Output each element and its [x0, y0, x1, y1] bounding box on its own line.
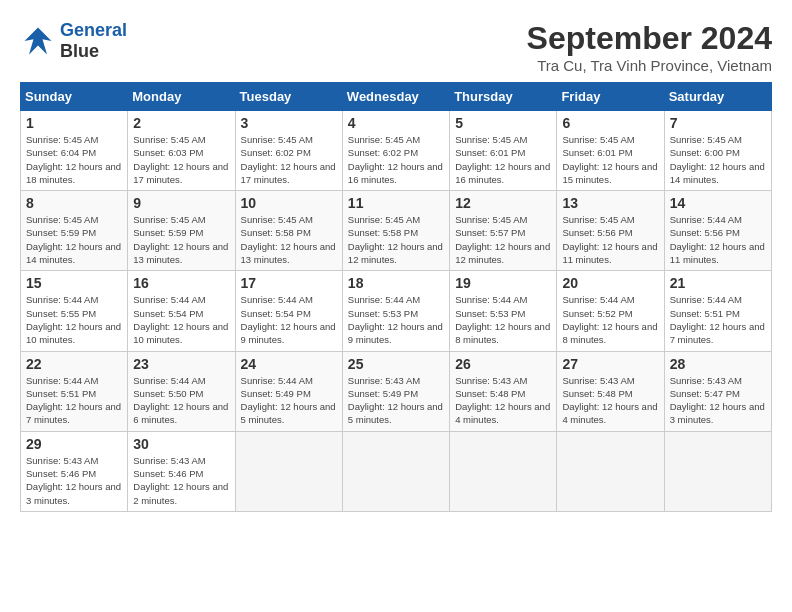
- calendar-cell: 18Sunrise: 5:44 AMSunset: 5:53 PMDayligh…: [342, 271, 449, 351]
- calendar-cell: 12Sunrise: 5:45 AMSunset: 5:57 PMDayligh…: [450, 191, 557, 271]
- calendar-cell: 6Sunrise: 5:45 AMSunset: 6:01 PMDaylight…: [557, 111, 664, 191]
- calendar-cell: 3Sunrise: 5:45 AMSunset: 6:02 PMDaylight…: [235, 111, 342, 191]
- calendar-cell: 8Sunrise: 5:45 AMSunset: 5:59 PMDaylight…: [21, 191, 128, 271]
- calendar-cell: [235, 431, 342, 511]
- calendar-week-5: 29Sunrise: 5:43 AMSunset: 5:46 PMDayligh…: [21, 431, 772, 511]
- calendar-week-4: 22Sunrise: 5:44 AMSunset: 5:51 PMDayligh…: [21, 351, 772, 431]
- header-day-tuesday: Tuesday: [235, 83, 342, 111]
- calendar-cell: 19Sunrise: 5:44 AMSunset: 5:53 PMDayligh…: [450, 271, 557, 351]
- calendar-week-3: 15Sunrise: 5:44 AMSunset: 5:55 PMDayligh…: [21, 271, 772, 351]
- calendar-cell: 15Sunrise: 5:44 AMSunset: 5:55 PMDayligh…: [21, 271, 128, 351]
- calendar-cell: 21Sunrise: 5:44 AMSunset: 5:51 PMDayligh…: [664, 271, 771, 351]
- calendar-cell: 22Sunrise: 5:44 AMSunset: 5:51 PMDayligh…: [21, 351, 128, 431]
- calendar-cell: 26Sunrise: 5:43 AMSunset: 5:48 PMDayligh…: [450, 351, 557, 431]
- calendar-cell: 13Sunrise: 5:45 AMSunset: 5:56 PMDayligh…: [557, 191, 664, 271]
- calendar-cell: 9Sunrise: 5:45 AMSunset: 5:59 PMDaylight…: [128, 191, 235, 271]
- header-day-friday: Friday: [557, 83, 664, 111]
- calendar-cell: 30Sunrise: 5:43 AMSunset: 5:46 PMDayligh…: [128, 431, 235, 511]
- calendar-cell: [342, 431, 449, 511]
- header-day-sunday: Sunday: [21, 83, 128, 111]
- logo-text: General Blue: [60, 20, 127, 62]
- calendar-cell: 11Sunrise: 5:45 AMSunset: 5:58 PMDayligh…: [342, 191, 449, 271]
- calendar-cell: 14Sunrise: 5:44 AMSunset: 5:56 PMDayligh…: [664, 191, 771, 271]
- calendar-cell: 2Sunrise: 5:45 AMSunset: 6:03 PMDaylight…: [128, 111, 235, 191]
- calendar-cell: 25Sunrise: 5:43 AMSunset: 5:49 PMDayligh…: [342, 351, 449, 431]
- calendar-cell: 28Sunrise: 5:43 AMSunset: 5:47 PMDayligh…: [664, 351, 771, 431]
- calendar-cell: 29Sunrise: 5:43 AMSunset: 5:46 PMDayligh…: [21, 431, 128, 511]
- calendar-cell: 4Sunrise: 5:45 AMSunset: 6:02 PMDaylight…: [342, 111, 449, 191]
- calendar-cell: [450, 431, 557, 511]
- svg-marker-0: [25, 28, 52, 55]
- calendar-cell: 24Sunrise: 5:44 AMSunset: 5:49 PMDayligh…: [235, 351, 342, 431]
- header-day-thursday: Thursday: [450, 83, 557, 111]
- calendar-cell: [664, 431, 771, 511]
- logo-icon: [20, 23, 56, 59]
- calendar-week-2: 8Sunrise: 5:45 AMSunset: 5:59 PMDaylight…: [21, 191, 772, 271]
- month-title: September 2024: [527, 20, 772, 57]
- calendar-cell: 10Sunrise: 5:45 AMSunset: 5:58 PMDayligh…: [235, 191, 342, 271]
- calendar-cell: 7Sunrise: 5:45 AMSunset: 6:00 PMDaylight…: [664, 111, 771, 191]
- calendar-week-1: 1Sunrise: 5:45 AMSunset: 6:04 PMDaylight…: [21, 111, 772, 191]
- calendar-cell: [557, 431, 664, 511]
- calendar-cell: 27Sunrise: 5:43 AMSunset: 5:48 PMDayligh…: [557, 351, 664, 431]
- header: General Blue September 2024 Tra Cu, Tra …: [20, 20, 772, 74]
- title-section: September 2024 Tra Cu, Tra Vinh Province…: [527, 20, 772, 74]
- location-title: Tra Cu, Tra Vinh Province, Vietnam: [527, 57, 772, 74]
- header-day-wednesday: Wednesday: [342, 83, 449, 111]
- header-day-monday: Monday: [128, 83, 235, 111]
- header-day-saturday: Saturday: [664, 83, 771, 111]
- calendar-cell: 23Sunrise: 5:44 AMSunset: 5:50 PMDayligh…: [128, 351, 235, 431]
- calendar-header-row: SundayMondayTuesdayWednesdayThursdayFrid…: [21, 83, 772, 111]
- logo: General Blue: [20, 20, 127, 62]
- calendar-cell: 16Sunrise: 5:44 AMSunset: 5:54 PMDayligh…: [128, 271, 235, 351]
- calendar-cell: 20Sunrise: 5:44 AMSunset: 5:52 PMDayligh…: [557, 271, 664, 351]
- calendar-cell: 5Sunrise: 5:45 AMSunset: 6:01 PMDaylight…: [450, 111, 557, 191]
- calendar-table: SundayMondayTuesdayWednesdayThursdayFrid…: [20, 82, 772, 512]
- calendar-cell: 17Sunrise: 5:44 AMSunset: 5:54 PMDayligh…: [235, 271, 342, 351]
- calendar-cell: 1Sunrise: 5:45 AMSunset: 6:04 PMDaylight…: [21, 111, 128, 191]
